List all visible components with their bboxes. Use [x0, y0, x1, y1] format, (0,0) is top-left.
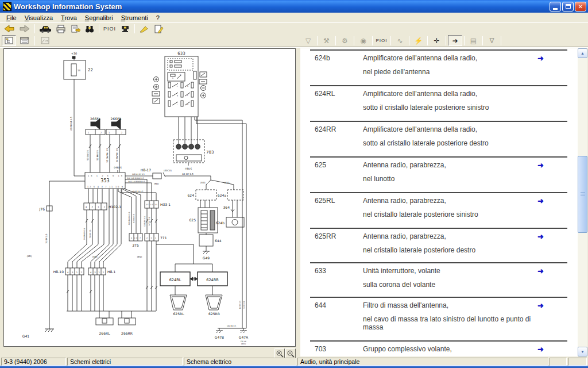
parts-row[interactable]: 703 Gruppo complessivo volante, ➜ — [310, 340, 567, 356]
wire-label: RU2 14B B/WAH 0.5 — [127, 177, 144, 179]
wheel-button[interactable]: ◉ — [356, 35, 370, 46]
component-624[interactable] — [196, 190, 216, 200]
label-0bus: 0-BUS — [114, 166, 122, 169]
pins-h8-1: 4 3 1 2 — [90, 271, 104, 274]
label-j76: J76 — [39, 207, 45, 212]
gears-button[interactable]: ⚙ — [338, 35, 352, 46]
zoom-out-button[interactable] — [285, 348, 296, 358]
restore-button[interactable] — [562, 2, 574, 12]
parts-row[interactable]: 624b Amplificatore dell'antenna della ra… — [310, 49, 567, 85]
vehicle-button[interactable] — [37, 23, 53, 34]
toolbar-separator — [464, 36, 465, 45]
mode-icon — [199, 79, 207, 84]
connector-button[interactable]: ∿ — [393, 35, 407, 46]
menu-trova[interactable]: Trova — [57, 14, 81, 22]
pins-h102-1: 4 3 1 2 — [86, 206, 105, 208]
parts-row[interactable]: 633 Unità interruttore, volante sulla co… — [310, 262, 567, 297]
menu-visualizza[interactable]: Visualizza — [21, 14, 57, 22]
scroll-down-button[interactable]: ▼ — [578, 347, 587, 356]
component-624a[interactable] — [227, 190, 243, 200]
scroll-up-button[interactable]: ▲ — [578, 48, 587, 58]
parts-row[interactable]: 625 Antenna radio, parabrezza, nel lunot… — [310, 156, 567, 192]
goto-diagram-arrow-icon[interactable] — [537, 125, 567, 156]
pour-funnel-button[interactable]: ∇ — [485, 35, 499, 46]
printer-icon — [56, 25, 66, 33]
label-624b: 624b — [216, 221, 225, 225]
menu-segnalibri[interactable]: Segnalibri — [81, 14, 117, 22]
goto-diagram-arrow-icon[interactable]: ➜ — [537, 301, 567, 340]
list-scrollbar[interactable]: ▲ ▼ — [578, 48, 587, 356]
pioi-button[interactable]: PIOI — [374, 35, 389, 46]
component-266rr[interactable] — [118, 311, 136, 325]
component-266rl[interactable] — [96, 311, 113, 325]
jump-to-item-button[interactable]: ➜ — [448, 35, 462, 46]
filter-funnel-button[interactable]: ▽ — [301, 35, 315, 46]
component-625rr[interactable] — [206, 295, 222, 310]
goto-diagram-arrow-icon[interactable]: ➜ — [537, 232, 567, 262]
label-40cv: (40CV) — [164, 169, 172, 172]
part-desc-line2: nel cavo di massa tra lato sinistro del … — [363, 315, 537, 331]
parts-row[interactable]: 625RL Antenna radio, parabrezza, nel cri… — [310, 192, 567, 228]
close-button[interactable]: ✕ — [575, 2, 586, 12]
pan-move-button[interactable]: ✛ — [430, 35, 444, 46]
status-extra-2 — [568, 358, 587, 366]
stamp-button[interactable] — [118, 23, 132, 34]
titlebar[interactable]: Workshop Information System ✕ — [0, 0, 588, 13]
goto-diagram-arrow-icon[interactable]: ➜ — [537, 54, 567, 85]
label-g41: G41 — [22, 334, 29, 338]
parts-row[interactable]: 624RL Amplificatore dell'antenna della r… — [310, 85, 567, 121]
menu-strumenti[interactable]: Strumenti — [117, 14, 152, 22]
back-button[interactable] — [2, 23, 17, 34]
parts-row[interactable]: 624RR Amplificatore dell'antenna della r… — [310, 121, 567, 156]
connector-h8-17[interactable] — [153, 173, 161, 179]
goto-diagram-arrow-icon[interactable]: ➜ — [537, 197, 567, 228]
component-625rl[interactable] — [170, 295, 187, 310]
search-button[interactable] — [83, 23, 96, 34]
part-code: 624b — [315, 54, 363, 85]
zoom-in-button[interactable] — [274, 348, 285, 358]
export-document-button[interactable] — [68, 23, 82, 34]
wrench-button[interactable]: ⚒ — [319, 35, 334, 46]
goto-diagram-arrow-icon[interactable] — [537, 90, 567, 121]
parts-row[interactable]: 644 Filtro di massa dell'antenna, nel ca… — [310, 297, 567, 340]
edit-note-button[interactable] — [152, 23, 165, 34]
component-633[interactable] — [165, 56, 198, 117]
label-g47a: G47A — [239, 335, 249, 339]
pioi-button[interactable]: PIOI — [102, 23, 118, 34]
parts-row[interactable]: 625RR Antenna radio, parabrezza, nel cri… — [310, 228, 567, 262]
component-703[interactable] — [173, 140, 204, 163]
label-266fl: 266FL — [90, 117, 101, 121]
scrollbar-thumb[interactable] — [578, 156, 587, 233]
image-view-button[interactable] — [38, 35, 52, 46]
goto-diagram-arrow-icon[interactable]: ➜ — [537, 345, 567, 356]
forward-button[interactable] — [17, 23, 32, 34]
print-button[interactable] — [54, 23, 68, 34]
wiring-diagram-panel[interactable]: +30 22 14 266FL 266FR 633 353 0-BUS H8-1… — [3, 48, 296, 347]
toolbar-separator — [390, 36, 391, 45]
label-22: 22 — [88, 68, 93, 72]
wiring-diagram[interactable]: +30 22 14 266FL 266FR 633 353 0-BUS H8-1… — [4, 49, 295, 346]
plug-button[interactable]: ⚡ — [411, 35, 425, 46]
part-desc-line2: sotto il cristallo laterale posteriore s… — [363, 103, 537, 112]
list-view-button[interactable] — [17, 35, 32, 46]
component-644[interactable] — [199, 235, 213, 246]
window-bottom-border — [0, 366, 588, 368]
zoom-in-icon — [276, 350, 284, 358]
goto-diagram-arrow-icon[interactable]: ➜ — [537, 161, 567, 192]
highlighter-button[interactable] — [137, 23, 151, 34]
menu-help[interactable]: ? — [152, 14, 164, 22]
label-375: 375 — [132, 243, 139, 247]
wire-label: A2I BU 0.5 — [133, 214, 135, 223]
component-fuse-22[interactable] — [64, 60, 86, 79]
label-624rr: 624RR — [206, 278, 219, 282]
tree-view-button[interactable] — [2, 35, 16, 46]
goto-diagram-arrow-icon[interactable]: ➜ — [537, 267, 567, 297]
part-code: 625RR — [315, 232, 363, 262]
menu-file[interactable]: File — [2, 14, 21, 22]
part-desc-line1: Amplificatore dell'antenna della radio, — [363, 90, 537, 98]
minimize-button[interactable] — [550, 2, 561, 12]
component-625[interactable] — [198, 208, 218, 233]
component-624b[interactable] — [226, 217, 244, 227]
contact-letter: f — [187, 94, 188, 97]
monitor-button[interactable]: ▤ — [466, 35, 481, 46]
